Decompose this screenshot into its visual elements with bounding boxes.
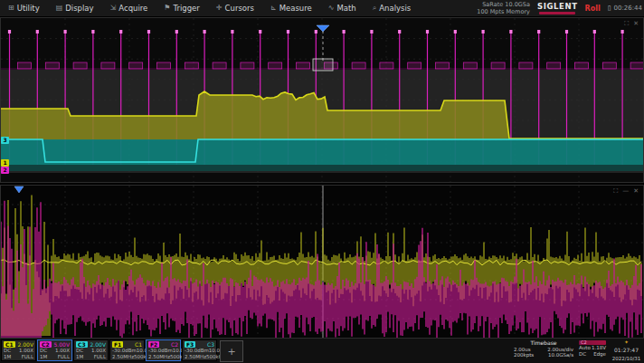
menu-acquire[interactable]: ⇲ Acquire [102, 0, 156, 16]
trigger-type: Edge [593, 351, 606, 358]
f2-label: F2 [148, 341, 159, 348]
menu-acquire-label: Acquire [118, 5, 147, 13]
math-icon: ∿ [328, 5, 335, 12]
waveform-grid[interactable]: ⛶ ✕ 312 [0, 17, 644, 183]
menu-measure-label: Measure [279, 5, 312, 13]
svg-text:1: 1 [3, 159, 6, 166]
c3-label: C3 [76, 341, 88, 348]
c1-label: C1 [4, 341, 15, 348]
c2-label: C2 [40, 341, 52, 348]
close-icon[interactable]: ✕ [633, 188, 639, 195]
c2-scale: 5.00V [54, 342, 70, 348]
minimize-icon[interactable]: — [622, 188, 629, 195]
f1-label: F1 [112, 341, 123, 348]
sample-rate-info: SaRate 10.0GSa [477, 1, 530, 8]
c2-coupling: DC [40, 349, 47, 354]
c2-probe: 1.00X [55, 349, 70, 354]
menu-display-label: Display [65, 5, 93, 13]
menu-math-label: Math [336, 5, 355, 13]
math-box-f1[interactable]: F1 C1 -30.0dBm 10.0dB/ 2.50MHz 500kHz/ [109, 339, 145, 361]
time-domain-waveforms: 312 [1, 18, 643, 182]
usb-counter: 00:26:44 [614, 5, 642, 12]
channel-box-c1[interactable]: C1 2.00V DC 1.00X 1M FULL [1, 339, 36, 361]
timebase-title: Timebase [514, 340, 573, 347]
f2-ref: -30.0dBm [148, 349, 173, 354]
clock-date: 2022/10/31 [612, 357, 641, 362]
c1-scale: 2.00V [18, 342, 33, 348]
trigger-level: 1.18V [592, 345, 606, 351]
c3-impedance: 1M [76, 355, 83, 360]
clock-box[interactable]: ✦ 01:27:47 2022/10/31 [610, 339, 643, 361]
timebase-box[interactable]: Timebase 2.00us 2.00us/div 200kpts 10.0G… [512, 339, 575, 361]
menu-analysis[interactable]: ⌕ Analysis [365, 0, 420, 16]
clock-time: 01:27:47 [614, 348, 639, 353]
close-icon[interactable]: ✕ [633, 21, 639, 27]
add-channel-button[interactable]: + [220, 340, 243, 362]
descriptor-bar: C1 2.00V DC 1.00X 1M FULL C2 5.00V DC 1.… [0, 339, 644, 363]
c2-bandwidth: FULL [58, 355, 70, 360]
menu-analysis-label: Analysis [379, 5, 411, 13]
c3-coupling: DC [76, 349, 83, 354]
menu-measure[interactable]: ⊾ Measure [262, 0, 320, 16]
c2-impedance: 1M [40, 355, 47, 360]
fft-plot-window-controls: ⛶ — ✕ [613, 188, 639, 195]
menu-display[interactable]: ▤ Display [48, 0, 102, 16]
c3-bandwidth: FULL [94, 355, 106, 360]
fft-grid[interactable]: ⛶ — ✕ [0, 185, 644, 339]
menu-cursors-label: Cursors [225, 5, 254, 13]
math-box-f2[interactable]: F2 C2 -30.0dBm 10.0dB/ 2.50MHz 500kHz/ [146, 339, 181, 361]
menu-cursors[interactable]: ✛ Cursors [208, 0, 262, 16]
c1-bandwidth: FULL [22, 355, 33, 360]
math-box-f3[interactable]: F3 C3 -30.0dBm 10.0dB/ 2.50MHz 500kHz/ [182, 339, 217, 361]
memory-info: 100 Mpts Memory [477, 8, 530, 15]
trigger-status-badge[interactable]: Roll [585, 5, 601, 13]
f1-ref: -30.0dBm [112, 349, 137, 354]
utility-icon: ⊞ [8, 5, 14, 12]
menu-trigger[interactable]: ⚑ Trigger [156, 0, 208, 16]
timebase-sample-rate: 10.0GSa/s [548, 352, 573, 358]
trigger-mode: Auto [579, 345, 591, 351]
menu-utility-label: Utility [17, 5, 40, 13]
c3-scale: 2.00V [90, 342, 106, 348]
usb-status[interactable]: ▯ 00:26:44 [608, 5, 642, 12]
acquisition-progress-bar [539, 12, 575, 14]
expand-icon[interactable]: ⛶ [624, 21, 629, 27]
status-icon: ✦ [624, 339, 629, 345]
brand-block: SIGLENT [537, 2, 578, 14]
maximize-icon[interactable]: ⛶ [613, 188, 618, 195]
f3-label: F3 [185, 341, 195, 348]
fft-spectra [1, 186, 643, 338]
c1-coupling: DC [4, 349, 11, 354]
trigger-flag-icon: ⚑ [164, 5, 170, 12]
channel-box-c3[interactable]: C3 2.00V DC 1.00X 1M FULL [73, 339, 109, 361]
f2-source: C2 [171, 342, 178, 348]
f1-source: C1 [135, 342, 142, 348]
c1-probe: 1.00X [19, 349, 33, 354]
svg-text:2: 2 [3, 167, 6, 173]
brand-logo: SIGLENT [537, 2, 578, 11]
timebase-delay: 2.00us [514, 347, 531, 353]
acquire-icon: ⇲ [110, 5, 117, 12]
f3-ref: -30.0dBm [185, 349, 209, 354]
svg-text:3: 3 [3, 137, 6, 143]
f2-center: 2.50MHz [148, 355, 170, 360]
measure-icon: ⊾ [270, 5, 277, 12]
topbar-right: SaRate 10.0GSa 100 Mpts Memory SIGLENT R… [477, 0, 642, 16]
channel-box-c2[interactable]: C2 5.00V DC 1.00X 1M FULL [37, 339, 72, 361]
f3-center: 2.50MHz [185, 355, 206, 360]
oscilloscope-screen: ⊞ Utility ▤ Display ⇲ Acquire ⚑ Trigger … [0, 0, 644, 363]
menu-math[interactable]: ∿ Math [320, 0, 365, 16]
cursors-icon: ✛ [216, 5, 223, 12]
analysis-icon: ⌕ [373, 5, 376, 12]
trigger-box[interactable]: C2 Auto 1.18V DC Edge [577, 339, 608, 361]
usb-icon: ▯ [608, 5, 611, 12]
menu-bar: ⊞ Utility ▤ Display ⇲ Acquire ⚑ Trigger … [0, 0, 644, 17]
c1-impedance: 1M [4, 355, 11, 360]
c3-probe: 1.00X [91, 349, 106, 354]
timebase-points: 200kpts [514, 352, 534, 358]
menu-utility[interactable]: ⊞ Utility [0, 0, 48, 16]
timebase-scale: 2.00us/div [547, 347, 573, 353]
f1-center: 2.50MHz [112, 355, 134, 360]
main-plot-window-controls: ⛶ ✕ [624, 21, 639, 27]
trigger-coupling: DC [579, 351, 586, 358]
